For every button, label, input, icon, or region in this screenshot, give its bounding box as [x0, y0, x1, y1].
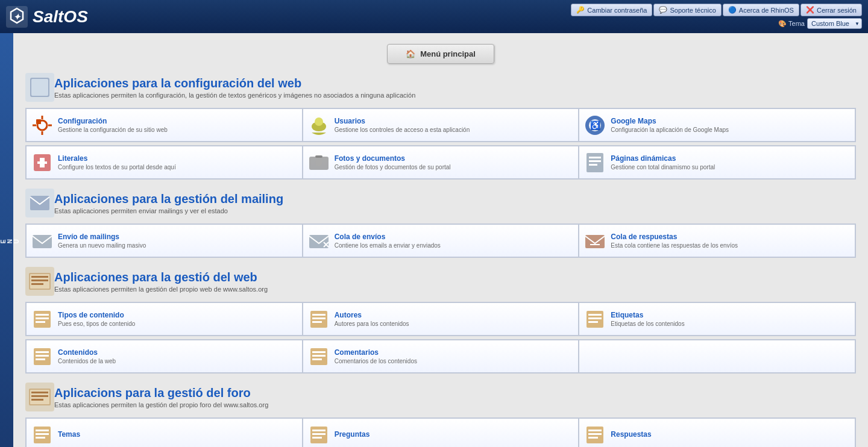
fotos-app[interactable]: Fotos y documentos Gestión de fotos y do… — [303, 146, 579, 179]
section-config-web-title: Aplicaciones para la configuración del w… — [54, 77, 415, 90]
cola-envios-app[interactable]: Cola de envíos Contiene los emails a env… — [303, 224, 579, 257]
menu-principal-container: 🏠 Menú principal — [25, 44, 856, 64]
main-content: 🏠 Menú principal Aplicaciones para la co… — [13, 33, 868, 447]
cola-respuestas-text: Cola de respuestas Esta cola contiene la… — [611, 233, 738, 249]
svg-rect-56 — [312, 351, 326, 353]
sidebar-label: MENU — [0, 237, 20, 243]
svg-rect-71 — [312, 433, 326, 435]
svg-text:✦: ✦ — [13, 12, 21, 22]
usuarios-name: Usuarios — [335, 117, 470, 125]
paginas-app[interactable]: Páginas dinámicas Gestione con total din… — [579, 146, 855, 179]
autores-icon — [308, 308, 330, 330]
menu-principal-button[interactable]: 🏠 Menú principal — [387, 44, 494, 64]
configuracion-app[interactable]: Configuración Gestione la configuración … — [26, 108, 303, 142]
theme-row: 🎨 Tema Custom Blue — [778, 18, 862, 29]
usuarios-icon — [308, 114, 330, 136]
svg-rect-54 — [36, 358, 45, 360]
svg-rect-38 — [31, 283, 43, 285]
usuarios-text: Usuarios Gestione los controles de acces… — [335, 117, 470, 133]
svg-rect-70 — [312, 430, 326, 431]
literales-name: Literales — [58, 154, 176, 163]
googlemaps-name: Google Maps — [611, 117, 729, 125]
usuarios-app[interactable]: Usuarios Gestione los controles de acces… — [303, 108, 579, 142]
logout-label: Cerrar sesión — [817, 7, 857, 14]
svg-rect-67 — [36, 433, 49, 435]
etiquetas-app[interactable]: Etiquetas Etiquetas de los contenidos — [579, 302, 855, 336]
cola-respuestas-app[interactable]: Cola de respuestas Esta cola contiene la… — [579, 224, 855, 257]
paginas-desc: Gestione con total dinamismo su portal — [611, 164, 715, 170]
section-config-web-header: Aplicaciones para la configuración del w… — [25, 73, 856, 102]
tipos-contenido-app[interactable]: Tipos de contenido Pues eso, tipos de co… — [26, 302, 303, 336]
envio-mailings-desc: Genera un nuevo mailing masivo — [58, 242, 146, 249]
contenidos-app[interactable]: Contenidos Contenidos de la web — [26, 340, 303, 373]
section-web-mgmt-text: Aplicaciones para la gestió del web Esta… — [54, 270, 268, 293]
logo-icon: ✦ — [6, 6, 28, 28]
svg-rect-41 — [36, 317, 49, 319]
temas-app[interactable]: Temas — [26, 418, 303, 447]
temas-text: Temas — [58, 430, 80, 440]
configuracion-name: Configuración — [58, 117, 168, 125]
section-mailing-header: Aplicaciones para la gestión del mailing… — [25, 189, 856, 217]
svg-rect-50 — [588, 321, 598, 323]
preguntas-icon — [308, 424, 330, 446]
comentarios-app[interactable]: Comentarios Comentarios de los contenido… — [303, 340, 579, 373]
svg-rect-57 — [312, 355, 326, 357]
comentarios-text: Comentarios Comentarios de los contenido… — [335, 348, 417, 364]
autores-name: Autores — [335, 311, 409, 319]
svg-rect-74 — [588, 430, 602, 431]
cola-respuestas-name: Cola de respuestas — [611, 233, 738, 241]
envio-mailings-app[interactable]: Envío de mailings Genera un nuevo mailin… — [26, 224, 303, 257]
support-label: Soporte técnico — [670, 7, 715, 14]
svg-rect-62 — [31, 392, 48, 393]
about-icon: 🔵 — [728, 6, 737, 14]
literales-app[interactable]: Literales Configure los textos de su por… — [26, 146, 303, 179]
literales-icon — [31, 152, 53, 173]
svg-rect-45 — [312, 317, 326, 319]
respuestas-name: Respuestas — [611, 430, 651, 439]
envio-mailings-name: Envío de mailings — [58, 233, 146, 241]
change-password-button[interactable]: 🔑 Cambiar contraseña — [571, 4, 652, 16]
svg-rect-75 — [588, 433, 602, 435]
envio-mailings-text: Envío de mailings Genera un nuevo mailin… — [58, 233, 146, 249]
svg-rect-28 — [30, 196, 49, 210]
svg-rect-19 — [40, 158, 45, 167]
section-web-mgmt-icon — [25, 267, 54, 296]
svg-rect-11 — [36, 119, 41, 124]
respuestas-icon — [584, 424, 606, 446]
logout-button[interactable]: ❌ Cerrar sesión — [800, 4, 862, 16]
section-web-mgmt-desc: Estas aplicaciones permiten la gestión d… — [54, 286, 268, 293]
svg-point-13 — [315, 117, 323, 126]
contenidos-desc: Contenidos de la web — [58, 358, 116, 364]
etiquetas-desc: Etiquetas de los contenidos — [611, 320, 684, 327]
autores-text: Autores Autores para los contenidos — [335, 311, 409, 327]
svg-rect-25 — [589, 160, 601, 162]
about-button[interactable]: 🔵 Acerca de RhinOS — [723, 4, 799, 16]
empty-cell — [579, 340, 855, 373]
support-button[interactable]: 💬 Soporte técnico — [653, 4, 721, 16]
section-forum-header: Aplicacions para la gestió del foro Esta… — [25, 383, 856, 411]
section-web-mgmt-title: Aplicaciones para la gestió del web — [54, 270, 268, 284]
theme-icon: 🎨 — [778, 20, 787, 28]
theme-label: 🎨 Tema — [778, 20, 805, 28]
fotos-text: Fotos y documentos Gestión de fotos y do… — [335, 154, 451, 170]
svg-rect-63 — [31, 395, 48, 397]
preguntas-text: Preguntas — [335, 430, 370, 440]
googlemaps-app[interactable]: ♿ Google Maps Configuración la aplicació… — [579, 108, 855, 142]
respuestas-app[interactable]: Respuestas — [579, 418, 855, 447]
svg-rect-66 — [36, 430, 49, 431]
configuracion-icon — [31, 114, 53, 136]
theme-select[interactable]: Custom Blue — [807, 18, 862, 29]
preguntas-app[interactable]: Preguntas — [303, 418, 579, 447]
etiquetas-text: Etiquetas Etiquetas de los contenidos — [611, 311, 684, 327]
web-mgmt-grid-row1: Tipos de contenido Pues eso, tipos de co… — [25, 302, 856, 336]
svg-rect-42 — [36, 321, 45, 323]
svg-rect-23 — [587, 153, 603, 172]
autores-app[interactable]: Autores Autores para los contenidos — [303, 302, 579, 336]
comentarios-name: Comentarios — [335, 348, 417, 357]
svg-rect-49 — [588, 317, 602, 319]
svg-point-21 — [315, 159, 322, 166]
logo: ✦ SaltOS — [6, 6, 88, 28]
home-icon: 🏠 — [406, 49, 415, 58]
svg-text:♿: ♿ — [590, 120, 601, 131]
comentarios-icon — [308, 346, 330, 367]
